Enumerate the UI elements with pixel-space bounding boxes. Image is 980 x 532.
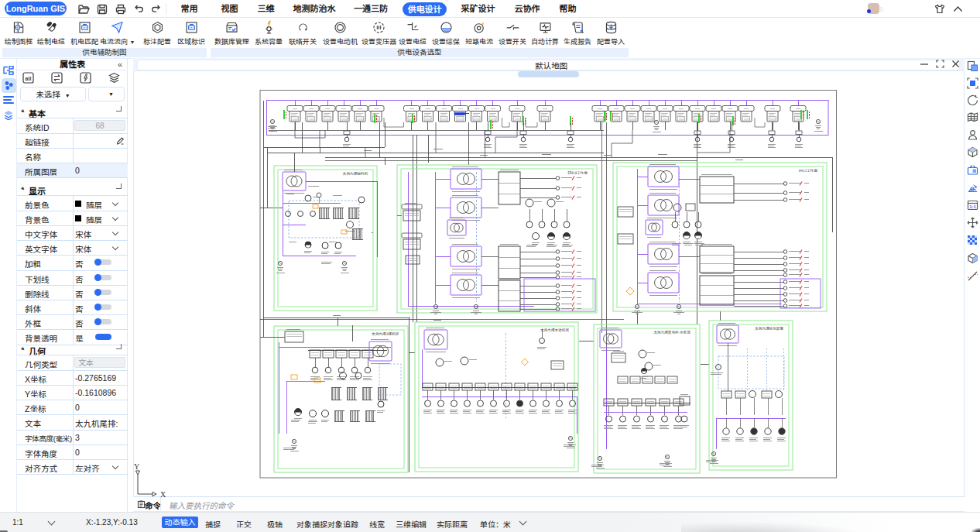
- svg-text:1:1: 1:1: [969, 204, 976, 209]
- svg-text:太西九煤抽料机: 太西九煤抽料机: [342, 171, 368, 176]
- svg-text:太西九煤硫化装置: 太西九煤硫化装置: [754, 326, 783, 331]
- svg-text:太西九煤主运机尾: 太西九煤主运机尾: [540, 328, 569, 332]
- svg-text:8412工作面: 8412工作面: [799, 168, 817, 173]
- svg-text:太西九煤变电所-水泵房: 太西九煤变电所-水泵房: [653, 330, 690, 335]
- svg-text:DN18工作面: DN18工作面: [567, 170, 588, 175]
- svg-text:all: all: [26, 76, 32, 81]
- svg-text:太西九煤3煤机组: 太西九煤3煤机组: [371, 331, 399, 336]
